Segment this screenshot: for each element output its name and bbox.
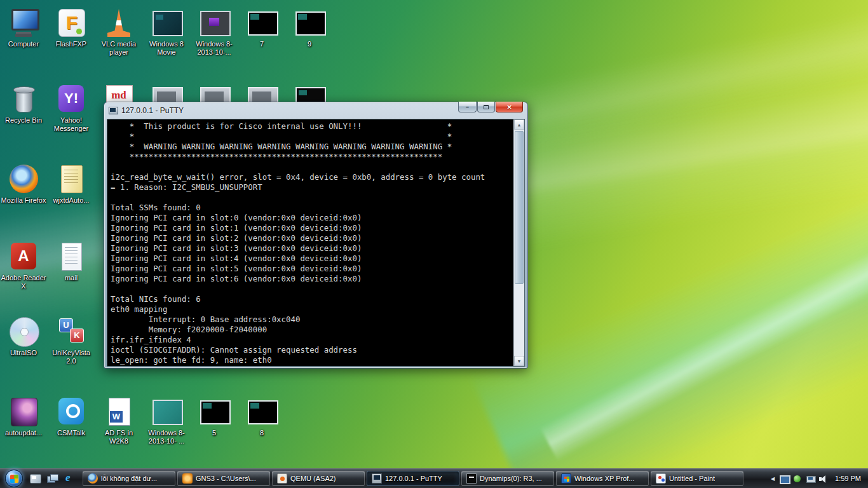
word-icon bbox=[102, 396, 136, 427]
minimize-button[interactable]: – bbox=[458, 102, 477, 112]
taskbar-button[interactable]: Windows XP Prof... bbox=[556, 471, 649, 486]
desktop-icon-label: Windows 8-2013-10-... bbox=[191, 40, 238, 57]
desktop-icon-label: wjxtdAuto... bbox=[48, 196, 95, 205]
putty-task-icon bbox=[372, 473, 382, 484]
terminal-line: Ignoring PCI card in slot:1 (vendor:0x0 … bbox=[111, 223, 513, 233]
taskbar-button-label: GNS3 - C:\Users\... bbox=[196, 475, 256, 482]
switch-windows-icon[interactable] bbox=[46, 472, 58, 485]
system-tray: ◀ 1:59 PM bbox=[768, 474, 865, 483]
terminal-line: * This product is for Cisco internal use… bbox=[111, 121, 513, 132]
thumb-terminal-icon bbox=[197, 396, 231, 427]
desktop-icon-label: 9 bbox=[286, 40, 333, 48]
terminal-line bbox=[111, 162, 513, 172]
taskbar-button-label: lỗi không đặt dư... bbox=[101, 475, 157, 482]
desktop-icon[interactable]: Computer bbox=[0, 8, 47, 48]
desktop-icon-label: UniKeyVista 2.0 bbox=[48, 349, 95, 365]
maximize-button[interactable] bbox=[477, 102, 495, 112]
desktop-icon[interactable]: wjxtdAuto... bbox=[48, 164, 95, 205]
taskbar-button[interactable]: 127.0.0.1 - PuTTY bbox=[367, 471, 459, 486]
terminal-scrollbar[interactable]: ▲ ▼ bbox=[513, 119, 524, 366]
taskbar-button[interactable]: Untitled - Paint bbox=[651, 471, 743, 486]
notepad-icon bbox=[54, 241, 88, 272]
desktop-icon[interactable]: Recycle Bin bbox=[0, 84, 47, 125]
window-controls: – × bbox=[458, 102, 523, 112]
desktop-icon[interactable]: Windows 8-2013-10-... bbox=[191, 8, 238, 57]
desktop-icon[interactable]: 5 bbox=[191, 396, 238, 437]
network-tray-icon[interactable] bbox=[806, 474, 815, 483]
desktop-icon[interactable]: AD FS in W2K8 bbox=[95, 396, 142, 445]
terminal-line: ifr.ifr_ifindex 4 bbox=[111, 335, 513, 345]
taskbar-button[interactable]: GNS3 - C:\Users\... bbox=[177, 471, 270, 486]
taskbar-buttons: lỗi không đặt dư... GNS3 - C:\Users\... … bbox=[83, 471, 765, 486]
taskbar-button[interactable]: QEMU (ASA2) bbox=[272, 471, 365, 486]
terminal-line bbox=[111, 284, 513, 294]
terminal-line: Total SSMs found: 0 bbox=[111, 203, 513, 213]
desktop-icon[interactable]: Windows 8 Movie bbox=[143, 8, 190, 57]
taskbar-button[interactable]: Dynamips(0): R3, ... bbox=[461, 471, 554, 486]
desktop-icon-label: AD FS in W2K8 bbox=[95, 429, 142, 445]
quick-launch bbox=[29, 472, 76, 485]
taskbar-button-label: QEMU (ASA2) bbox=[290, 475, 336, 482]
desktop-icon[interactable]: 9 bbox=[286, 8, 333, 48]
desktop-icon[interactable]: 7 bbox=[238, 8, 285, 48]
desktop-icon[interactable]: Windows 8-2013-10- ... bbox=[143, 396, 190, 445]
taskbar-button[interactable]: lỗi không đặt dư... bbox=[83, 471, 175, 486]
putty-titlebar[interactable]: 127.0.0.1 - PuTTY – × bbox=[107, 102, 525, 119]
desktop-icon[interactable]: FlashFXP bbox=[48, 8, 95, 48]
desktop-icon[interactable]: CSMTalk bbox=[48, 396, 95, 437]
windows-logo-icon bbox=[10, 475, 18, 483]
gns3-tray-icon[interactable] bbox=[792, 474, 802, 483]
firefox-task-icon bbox=[88, 473, 98, 484]
desktop-icon[interactable]: autoupdat... bbox=[0, 396, 47, 437]
start-button[interactable] bbox=[5, 470, 23, 487]
terminal-line: ****************************************… bbox=[111, 152, 513, 162]
show-desktop-icon[interactable] bbox=[29, 472, 41, 485]
desktop-icon[interactable]: mail bbox=[48, 241, 95, 282]
display-tray-icon[interactable] bbox=[779, 474, 789, 483]
desktop-icon[interactable]: UltraISO bbox=[0, 316, 47, 357]
terminal-line: Interrupt: 0 Base address:0xc040 bbox=[111, 315, 513, 325]
desktop-icon-label: CSMTalk bbox=[48, 429, 95, 437]
taskbar-button-label: Untitled - Paint bbox=[669, 475, 715, 482]
taskbar: lỗi không đặt dư... GNS3 - C:\Users\... … bbox=[0, 468, 868, 488]
desktop-icon[interactable]: UniKeyVista 2.0 bbox=[48, 316, 95, 365]
terminal-line: Ignoring PCI card in slot:6 (vendor:0x0 … bbox=[111, 274, 513, 284]
adobe-icon bbox=[6, 241, 41, 272]
terminal-line: * WARNING WARNING WARNING WARNING WARNIN… bbox=[111, 142, 513, 152]
desktop-icon-label: Computer bbox=[0, 40, 47, 48]
desktop-icon-label: Windows 8 Movie bbox=[143, 40, 190, 57]
desktop-icon[interactable]: VLC media player bbox=[95, 8, 142, 57]
terminal-line: Ignoring PCI card in slot:3 (vendor:0x0 … bbox=[111, 243, 513, 254]
volume-tray-icon[interactable] bbox=[819, 474, 829, 483]
terminal-output[interactable]: * This product is for Cisco internal use… bbox=[107, 119, 513, 366]
close-button[interactable]: × bbox=[496, 102, 523, 112]
scroll-down-arrow[interactable]: ▼ bbox=[514, 356, 524, 366]
taskbar-clock[interactable]: 1:59 PM bbox=[835, 475, 861, 482]
qemu-task-icon bbox=[277, 473, 287, 484]
csmtalk-icon bbox=[54, 396, 88, 427]
terminal-area: * This product is for Cisco internal use… bbox=[107, 119, 525, 367]
terminal-line: ioctl (SIOCGIFADDR): Cannot assign reque… bbox=[111, 345, 513, 355]
desktop-icon[interactable]: 8 bbox=[238, 396, 285, 437]
desktop-icon[interactable]: Mozilla Firefox bbox=[0, 164, 47, 205]
firefox-icon bbox=[6, 164, 41, 194]
thumb-cyan-icon bbox=[149, 396, 184, 427]
show-hidden-icons-chevron[interactable]: ◀ bbox=[771, 476, 775, 482]
terminal-line: * * bbox=[111, 132, 513, 142]
desktop-icon[interactable]: Yahoo! Messenger bbox=[48, 84, 95, 133]
vlc-icon bbox=[102, 8, 136, 38]
terminal-line: Ignoring PCI card in slot:0 (vendor:0x0 … bbox=[111, 213, 513, 223]
desktop-icon-label: Mozilla Firefox bbox=[0, 196, 47, 205]
thumb-terminal-icon bbox=[245, 396, 279, 427]
scroll-thumb[interactable] bbox=[515, 131, 524, 284]
scroll-up-arrow[interactable]: ▲ bbox=[514, 119, 524, 130]
thumb-terminal-icon bbox=[245, 8, 279, 38]
terminal-line: Ignoring PCI card in slot:5 (vendor:0x0 … bbox=[111, 264, 513, 274]
internet-explorer-icon[interactable] bbox=[63, 472, 76, 485]
putty-window: 127.0.0.1 - PuTTY – × * This product is … bbox=[104, 102, 528, 369]
desktop-icon[interactable]: Adobe Reader X bbox=[0, 241, 47, 290]
terminal-line: Memory: f2020000-f2040000 bbox=[111, 325, 513, 335]
putty-app-icon bbox=[109, 107, 118, 114]
desktop-icon-label: VLC media player bbox=[95, 40, 142, 57]
terminal-line: Ignoring PCI card in slot:4 (vendor:0x0 … bbox=[111, 254, 513, 264]
